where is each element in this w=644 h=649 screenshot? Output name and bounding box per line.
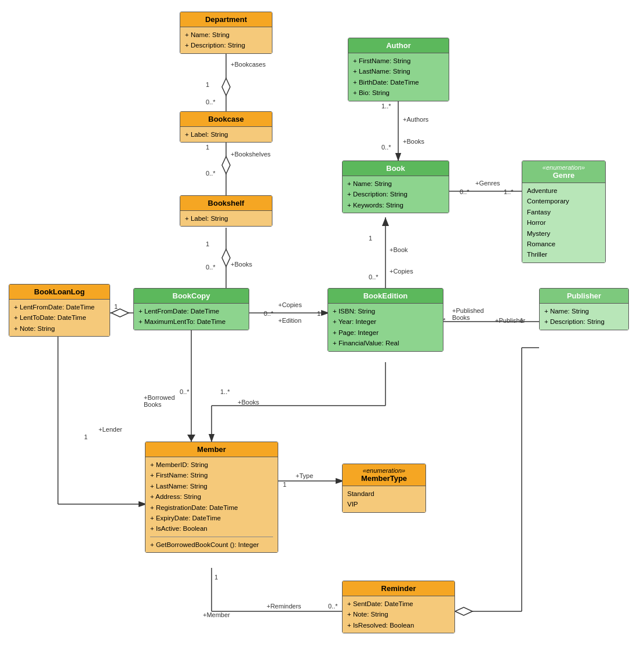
rem-attr-1: + SentDate: DateTime — [347, 599, 450, 609]
genre-val-5: Mystery — [527, 228, 601, 239]
genre-val-1: Adventure — [527, 185, 601, 196]
bookcopy-body: + LentFromDate: DateTime + MaximumLentTo… — [134, 304, 249, 330]
label-authors: +Authors — [403, 116, 428, 123]
label-1-book-edition: 1 — [369, 235, 372, 242]
reminder-body: + SentDate: DateTime + Note: String + Is… — [343, 596, 454, 633]
bll-attr-1: + LentFromDate: DateTime — [14, 302, 105, 312]
author-title: Author — [348, 38, 449, 53]
genre-val-6: Romance — [527, 239, 601, 249]
author-body: + FirstName: String + LastName: String +… — [348, 53, 449, 101]
label-bookcases: +Bookcases — [231, 61, 265, 68]
mem-attr-7: + IsActive: Boolean — [150, 523, 273, 534]
genre-val-4: Horror — [527, 217, 601, 228]
label-1star-genre: 1..* — [504, 188, 514, 195]
pub-attr-2: + Description: String — [544, 316, 624, 327]
label-0star-reminder: 0..* — [328, 603, 338, 610]
label-0star-genre: 0..* — [460, 188, 470, 195]
publisher-title: Publisher — [540, 289, 628, 304]
book-body: + Name: String + Description: String + K… — [343, 176, 449, 213]
book-attr-2: + Description: String — [347, 189, 444, 199]
label-0star-dept: 0..* — [206, 99, 216, 105]
genre-class: «enumeration» Genre Adventure Contempora… — [522, 161, 606, 263]
department-title: Department — [180, 12, 272, 27]
bookcopy-title: BookCopy — [134, 289, 249, 304]
dept-attr-2: + Description: String — [185, 40, 267, 50]
svg-marker-16 — [111, 309, 129, 317]
membertype-title: «enumeration» MemberType — [343, 464, 425, 486]
label-publisher: +Publisher — [495, 317, 525, 324]
label-books-pub: Books — [452, 314, 470, 321]
be-attr-2: + Year: Integer — [333, 316, 438, 327]
svg-marker-21 — [187, 435, 195, 442]
mt-val-2: VIP — [347, 499, 421, 509]
label-published-books: +Published — [452, 307, 484, 314]
mem-method-1: + GetBorrowedBookCount (): Integer — [150, 539, 273, 550]
label-1star-author: 1..* — [381, 103, 391, 110]
label-type: +Type — [296, 472, 313, 479]
svg-marker-4 — [222, 156, 230, 174]
membertype-class: «enumeration» MemberType Standard VIP — [342, 464, 426, 513]
mem-attr-5: + RegistrationDate: DateTime — [150, 502, 273, 513]
bookcase-attr-1: + Label: String — [185, 129, 267, 140]
bookedition-title: BookEdition — [328, 289, 443, 304]
genre-val-3: Fantasy — [527, 207, 601, 217]
label-1-loan: 1 — [114, 303, 118, 310]
svg-marker-1 — [222, 78, 230, 96]
bookcase-body: + Label: String — [180, 127, 272, 142]
label-0star-copies: 0..* — [369, 274, 379, 280]
member-class: Member + MemberID: String + FirstName: S… — [145, 442, 278, 553]
label-1-lender: 1 — [84, 433, 88, 440]
label-1-member: 1 — [214, 574, 218, 581]
label-1-dept: 1 — [206, 81, 209, 88]
svg-marker-12 — [382, 217, 389, 226]
label-1-type: 1 — [283, 481, 286, 488]
membertype-stereotype: «enumeration» — [347, 467, 421, 474]
bookcase-class: Bookcase + Label: String — [180, 111, 272, 143]
bookcase-title: Bookcase — [180, 112, 272, 127]
genre-title: «enumeration» Genre — [522, 161, 605, 183]
label-0star-bkcase: 0..* — [206, 170, 216, 177]
publisher-class: Publisher + Name: String + Description: … — [539, 288, 629, 330]
rem-attr-2: + Note: String — [347, 609, 450, 619]
mem-attr-2: + FirstName: String — [150, 470, 273, 480]
bookedition-class: BookEdition + ISBN: String + Year: Integ… — [328, 288, 443, 352]
svg-marker-7 — [222, 249, 230, 267]
publisher-body: + Name: String + Description: String — [540, 304, 628, 330]
bll-attr-3: + Note: String — [14, 323, 105, 334]
pub-attr-1: + Name: String — [544, 306, 624, 316]
label-copies-edition: +Copies — [278, 301, 302, 308]
label-1-bkedition: 1 — [317, 310, 321, 317]
mem-attr-3: + LastName: String — [150, 481, 273, 491]
book-attr-3: + Keywords: String — [347, 200, 444, 210]
department-class: Department + Name: String + Description:… — [180, 12, 272, 54]
label-books-member: +Books — [238, 399, 259, 406]
genre-stereotype: «enumeration» — [527, 164, 601, 171]
label-0star-bkshelf: 0..* — [206, 264, 216, 271]
label-0star-borrow: 0..* — [180, 388, 190, 395]
author-attr-3: + BirthDate: DateTime — [353, 77, 444, 87]
rem-attr-3: + IsResolved: Boolean — [347, 620, 450, 630]
label-book-edition: +Book — [390, 246, 408, 253]
bookshelf-attr-1: + Label: String — [185, 213, 267, 224]
label-reminders: +Reminders — [267, 603, 301, 610]
label-1-bkshelf: 1 — [206, 240, 209, 247]
label-0star-books: 0..* — [381, 144, 391, 151]
bookshelf-class: Bookshelf + Label: String — [180, 195, 272, 227]
label-copies: +Copies — [390, 268, 413, 275]
bll-attr-2: + LentToDate: DateTime — [14, 312, 105, 323]
bookcopy-class: BookCopy + LentFromDate: DateTime + Maxi… — [133, 288, 249, 330]
genre-val-7: Thriller — [527, 249, 601, 260]
mt-val-1: Standard — [347, 488, 421, 499]
book-title: Book — [343, 161, 449, 176]
bookloanlog-title: BookLoanLog — [9, 285, 110, 300]
member-body: + MemberID: String + FirstName: String +… — [145, 457, 278, 552]
genre-body: Adventure Contemporary Fantasy Horror My… — [522, 183, 605, 262]
label-books-shelf: +Books — [231, 261, 252, 268]
department-body: + Name: String + Description: String — [180, 27, 272, 53]
reminder-class: Reminder + SentDate: DateTime + Note: St… — [342, 581, 455, 633]
bookloanlog-body: + LentFromDate: DateTime + LentToDate: D… — [9, 300, 110, 336]
bookedition-body: + ISBN: String + Year: Integer + Page: I… — [328, 304, 443, 351]
membertype-body: Standard VIP — [343, 486, 425, 512]
author-attr-2: + LastName: String — [353, 66, 444, 76]
be-attr-3: + Page: Integer — [333, 327, 438, 338]
